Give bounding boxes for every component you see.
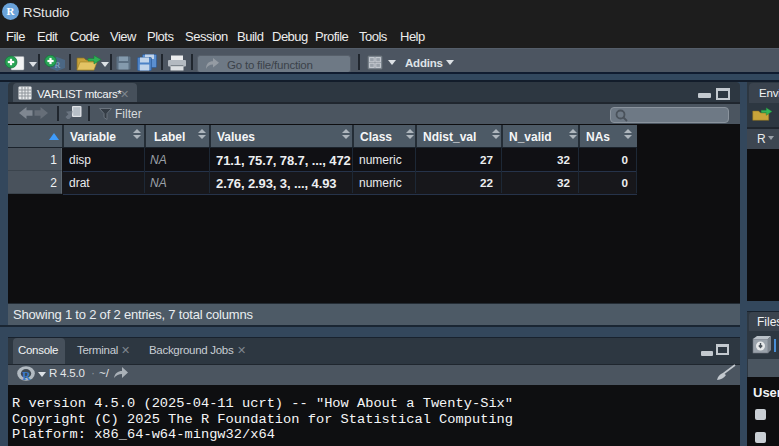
svg-text:R: R xyxy=(22,369,31,383)
